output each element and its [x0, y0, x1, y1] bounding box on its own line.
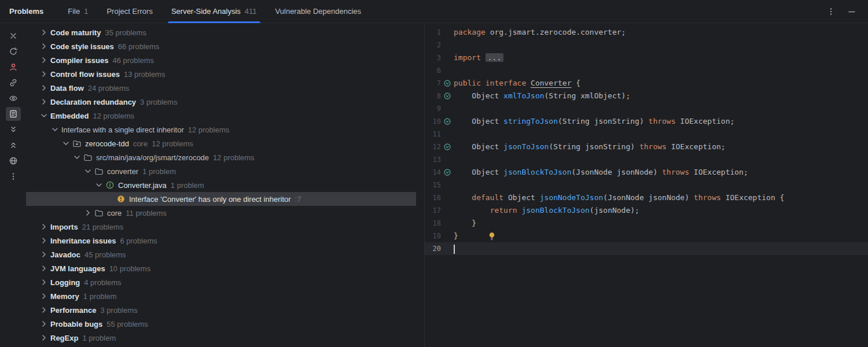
tree-row-selected[interactable]: Interface 'Converter' has only one direc… — [26, 192, 416, 206]
chevron-down-icon[interactable] — [83, 167, 93, 176]
chevron-right-icon[interactable] — [83, 208, 93, 217]
code-line[interactable]: 10 Object stringToJson(String jsonString… — [425, 115, 868, 128]
tree-row[interactable]: RegExp1 problem — [26, 331, 416, 345]
implementers-gutter-icon[interactable] — [441, 79, 454, 87]
code-line[interactable]: 7public interface Converter { — [425, 77, 868, 90]
code-line[interactable]: 6 — [425, 64, 868, 77]
chevron-right-icon[interactable] — [39, 333, 49, 342]
code-line[interactable]: 19} — [425, 230, 868, 242]
line-number: 19 — [425, 230, 441, 242]
line-number: 12 — [425, 141, 441, 153]
more-icon[interactable] — [6, 169, 21, 183]
chevron-right-icon[interactable] — [39, 42, 49, 51]
code-line[interactable]: 18 } — [425, 217, 868, 230]
chevron-down-icon[interactable] — [94, 180, 104, 190]
tree-row[interactable]: Compiler issues46 problems — [26, 53, 416, 67]
chevron-down-icon[interactable] — [72, 153, 82, 162]
preview-icon[interactable] — [6, 107, 21, 121]
tab-server-side-analysis[interactable]: Server-Side Analysis411 — [168, 0, 260, 23]
tree-row[interactable]: Control flow issues13 problems — [26, 67, 416, 81]
code-line[interactable]: 17 return jsonBlockToJson(jsonNode); — [425, 204, 868, 217]
tree-row[interactable]: core11 problems — [26, 206, 416, 220]
implementers-gutter-icon[interactable] — [441, 143, 454, 151]
tree-row[interactable]: Code maturity35 problems — [26, 25, 416, 39]
tree-row[interactable]: Declaration redundancy3 problems — [26, 95, 416, 109]
close-icon[interactable] — [6, 29, 21, 43]
code-text: package org.jsmart.zerocode.converter; — [454, 26, 626, 39]
tab-file[interactable]: File1 — [64, 0, 91, 23]
tree-row[interactable]: Imports21 problems — [26, 220, 416, 234]
interface-icon — [105, 180, 115, 190]
code-text: Object stringToJson(String jsonString) t… — [454, 115, 734, 128]
code-line[interactable]: 9 — [425, 102, 868, 115]
code-line[interactable]: 1package org.jsmart.zerocode.converter; — [425, 26, 868, 39]
chevron-right-icon[interactable] — [39, 69, 49, 79]
tree-label: core — [107, 209, 122, 217]
problem-count: 45 problems — [84, 250, 126, 259]
tree-row[interactable]: Performance3 problems — [26, 303, 416, 317]
code-line[interactable]: 3import ... — [425, 51, 868, 64]
tree-row[interactable]: converter1 problem — [26, 164, 416, 178]
implementers-gutter-icon[interactable] — [441, 92, 454, 100]
problem-count: 12 problems — [93, 112, 134, 120]
chevron-down-icon[interactable] — [61, 139, 71, 148]
tree-row[interactable]: Memory1 problem — [26, 289, 416, 303]
chevron-down-icon[interactable] — [50, 125, 60, 134]
tree-row[interactable]: Logging4 problems — [26, 275, 416, 289]
tree-row[interactable]: Inheritance issues6 problems — [26, 234, 416, 248]
chevron-down-icon[interactable] — [39, 111, 49, 120]
chevron-right-icon[interactable] — [39, 291, 49, 301]
profile-icon[interactable] — [6, 60, 21, 74]
problem-count: 46 problems — [112, 56, 154, 65]
code-line[interactable]: 16 default Object jsonNodeToJson(JsonNod… — [425, 191, 868, 204]
chevron-right-icon[interactable] — [39, 264, 49, 273]
tree-row[interactable]: src/main/java/org/jsmart/zerocode12 prob… — [26, 150, 416, 164]
chevron-right-icon[interactable] — [39, 236, 49, 245]
implementers-gutter-icon[interactable] — [441, 168, 454, 176]
code-line[interactable]: 13 — [425, 153, 868, 166]
code-line[interactable]: 20 — [425, 242, 868, 255]
tree-row[interactable]: Converter.java1 problem — [26, 178, 416, 192]
chevron-right-icon[interactable] — [39, 278, 49, 287]
tree-row[interactable]: Interface with a single direct inheritor… — [26, 123, 416, 136]
chevron-right-icon[interactable] — [39, 83, 49, 93]
tree-row[interactable]: Probable bugs55 problems — [26, 317, 416, 331]
tree-row[interactable]: Data flow24 problems — [26, 81, 416, 95]
code-line[interactable]: 14 Object jsonBlockToJson(JsonNode jsonN… — [425, 166, 868, 179]
tree-row[interactable]: Code style issues66 problems — [26, 39, 416, 53]
tree-row[interactable]: JVM languages10 problems — [26, 261, 416, 275]
problems-tree: Code maturity35 problemsCode style issue… — [26, 23, 424, 347]
code-line[interactable]: 15 — [425, 179, 868, 191]
code-line[interactable]: 11 — [425, 128, 868, 141]
chevron-right-icon[interactable] — [39, 305, 49, 315]
tree-row[interactable]: zerocode-tddcore12 problems — [26, 136, 416, 150]
chevron-right-icon[interactable] — [39, 222, 49, 231]
code-line[interactable]: 2 — [425, 39, 868, 51]
tree-row[interactable]: Embedded12 problems — [26, 109, 416, 123]
hide-icon[interactable] — [845, 5, 859, 19]
line-number: 17 — [425, 204, 441, 217]
link-icon[interactable] — [6, 76, 21, 90]
expand-all-icon[interactable] — [6, 123, 21, 136]
chevron-right-icon[interactable] — [39, 319, 49, 328]
web-icon[interactable] — [6, 154, 21, 168]
code-line[interactable]: 8 Object xmlToJson(String xmlObject); — [425, 90, 868, 102]
chevron-right-icon[interactable] — [39, 250, 49, 259]
inspection-icon[interactable] — [6, 91, 21, 105]
kebab-icon[interactable] — [824, 5, 838, 19]
tree-label: src/main/java/org/jsmart/zerocode — [96, 153, 209, 162]
problem-count: 10 problems — [109, 264, 151, 273]
implementers-gutter-icon[interactable] — [441, 117, 454, 125]
chevron-right-icon[interactable] — [39, 56, 49, 65]
intention-bulb-icon[interactable] — [488, 232, 495, 241]
chevron-right-icon[interactable] — [39, 97, 49, 106]
refresh-icon[interactable] — [6, 45, 21, 58]
problem-count: 12 problems — [188, 125, 230, 134]
code-line[interactable]: 12 Object jsonToJson(String jsonString) … — [425, 141, 868, 153]
tab-project-errors[interactable]: Project Errors — [103, 0, 156, 23]
collapse-all-icon[interactable] — [6, 138, 21, 152]
tab-vulnerable-dependencies[interactable]: Vulnerable Dependencies — [272, 0, 365, 23]
chevron-right-icon[interactable] — [39, 28, 49, 37]
code-area[interactable]: 1package org.jsmart.zerocode.converter;2… — [425, 23, 868, 347]
tree-row[interactable]: Javadoc45 problems — [26, 248, 416, 261]
